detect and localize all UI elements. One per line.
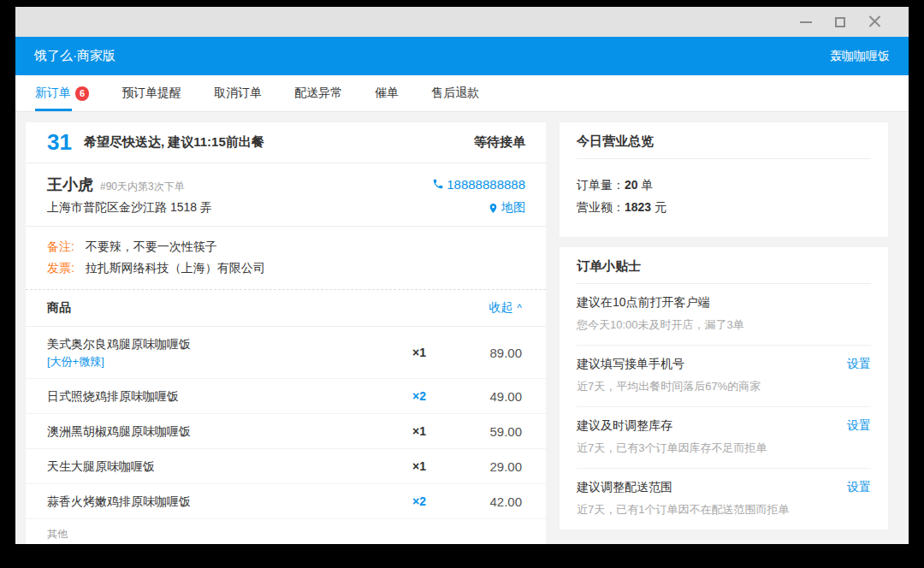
tip-item: 建议填写接单手机号 设置 近7天，平均出餐时间落后67%的商家 — [577, 346, 871, 407]
remark-label: 备注: — [47, 240, 74, 253]
tab[interactable]: 新订单 6 — [35, 75, 89, 111]
tip-description: 近7天，平均出餐时间落后67%的商家 — [577, 379, 871, 394]
stat-value: 1823 — [625, 200, 651, 214]
customer-phone-link[interactable]: 18888888888 — [432, 177, 525, 192]
close-icon — [868, 15, 881, 28]
stat-line: 订单量：20单 — [577, 174, 871, 196]
other-item-row: 餐盒费 6.00 — [26, 541, 546, 544]
tab-label: 新订单 — [35, 86, 71, 101]
daily-summary-card: 今日营业总览 订单量：20单 营业额：1823元 — [560, 122, 888, 237]
tip-settings-link[interactable]: 设置 — [847, 357, 871, 372]
customer-name: 王小虎 — [47, 175, 93, 195]
tip-item: 建议在10点前打开客户端 您今天10:00未及时开店，漏了3单 — [577, 284, 871, 346]
tip-title: 建议及时调整库存 — [577, 418, 672, 434]
item-quantity: ×2 — [385, 389, 453, 403]
item-price: 89.00 — [453, 346, 522, 360]
order-status: 等待接单 — [474, 134, 525, 151]
goods-title: 商品 — [47, 300, 71, 316]
tip-settings-link[interactable]: 设置 — [847, 480, 871, 495]
maximize-icon — [835, 17, 845, 27]
item-quantity: ×2 — [385, 494, 453, 508]
tab[interactable]: 配送异常 — [294, 75, 342, 111]
tip-description: 近7天，已有1个订单因不在配送范围而拒单 — [577, 502, 871, 518]
goods-header: 商品 收起 ^ — [26, 290, 546, 327]
item-price: 42.00 — [453, 494, 522, 509]
location-pin-icon — [488, 203, 499, 214]
tips-title: 订单小贴士 — [577, 247, 871, 284]
item-price: 49.00 — [453, 389, 522, 404]
stat-value: 20 — [625, 178, 638, 192]
stat-label: 营业额： — [577, 200, 625, 214]
stat-unit: 元 — [654, 200, 666, 214]
minimize-button[interactable] — [789, 7, 823, 37]
tip-settings-link[interactable]: 设置 — [847, 418, 871, 434]
other-items-list: 餐盒费 6.00 — [26, 541, 546, 544]
stat-unit: 单 — [642, 178, 654, 192]
item-row: 日式照烧鸡排原味咖喱饭 ×2 49.00 — [26, 379, 546, 414]
stat-line: 营业额：1823元 — [577, 196, 871, 218]
caret-up-icon: ^ — [517, 302, 522, 314]
invoice-text: 拉扎斯网络科技（上海）有限公司 — [86, 261, 265, 275]
item-quantity: ×1 — [385, 459, 453, 473]
sidebar: 今日营业总览 订单量：20单 营业额：1823元 订单小贴士 — [560, 122, 888, 530]
stat-label: 订单量： — [577, 178, 625, 192]
item-row: 美式奥尔良鸡腿原味咖喱饭 [大份+微辣] ×1 89.00 — [26, 327, 546, 379]
item-row: 天生大腿原味咖喱饭 ×1 29.00 — [26, 449, 546, 484]
tip-description: 您今天10:00未及时开店，漏了3单 — [577, 317, 871, 333]
close-button[interactable] — [857, 7, 891, 37]
map-link[interactable]: 地图 — [488, 200, 525, 216]
order-tips-card: 订单小贴士 建议在10点前打开客户端 您今天10:00未及时开店，漏了3单 — [560, 247, 888, 530]
customer-block: 王小虎 #90天内第3次下单 18888888888 上海市普陀区金沙江路 15… — [26, 163, 546, 227]
item-row: 蒜香火烤嫩鸡排原味咖喱饭 ×2 42.00 — [26, 484, 546, 519]
app-title: 饿了么·商家版 — [34, 48, 116, 64]
items-list: 美式奥尔良鸡腿原味咖喱饭 [大份+微辣] ×1 89.00 日式照烧鸡排原味咖喱… — [26, 327, 546, 519]
item-name: 蒜香火烤嫩鸡排原味咖喱饭 — [47, 493, 385, 510]
minimize-icon — [800, 21, 812, 23]
order-card: 31 希望尽快送达, 建议11:15前出餐 等待接单 王小虎 #90天内第3次下… — [26, 122, 546, 544]
collapse-label: 收起 — [489, 300, 512, 316]
item-name: 澳洲黑胡椒鸡腿原味咖喱饭 — [47, 423, 385, 440]
remark-text: 不要辣，不要一次性筷子 — [86, 240, 217, 253]
window-titlebar — [15, 7, 909, 37]
tip-title: 建议填写接单手机号 — [577, 357, 684, 372]
tab[interactable]: 售后退款 — [431, 75, 479, 111]
item-name: 天生大腿原味咖喱饭 — [47, 458, 385, 475]
collapse-link[interactable]: 收起 ^ — [489, 300, 522, 316]
tips-list: 建议在10点前打开客户端 您今天10:00未及时开店，漏了3单 建议填写接单手机… — [560, 284, 888, 530]
summary-title: 今日营业总览 — [577, 122, 871, 159]
tip-title: 建议在10点前打开客户端 — [577, 295, 710, 311]
store-name: 轰咖咖喱饭 — [830, 49, 890, 64]
item-price: 29.00 — [453, 459, 522, 474]
order-number: 31 — [47, 129, 72, 156]
summary-stats: 订单量：20单 营业额：1823元 — [560, 159, 888, 237]
item-price: 59.00 — [453, 424, 522, 439]
customer-frequency: #90天内第3次下单 — [100, 180, 432, 194]
customer-phone: 18888888888 — [447, 177, 525, 192]
tab-label: 催单 — [375, 86, 399, 101]
customer-address: 上海市普陀区金沙江路 1518 弄 — [47, 200, 488, 216]
app-window: 饿了么·商家版 轰咖咖喱饭 新订单 6 预订单提醒 取消订单 配送异常 — [15, 7, 909, 544]
tab-label: 售后退款 — [431, 86, 479, 101]
order-header: 31 希望尽快送达, 建议11:15前出餐 等待接单 — [26, 122, 546, 163]
invoice-label: 发票: — [47, 261, 74, 275]
tab[interactable]: 催单 — [375, 75, 399, 111]
item-spec: [大份+微辣] — [47, 354, 385, 370]
tab[interactable]: 预订单提醒 — [121, 75, 181, 111]
main-content: 31 希望尽快送达, 建议11:15前出餐 等待接单 王小虎 #90天内第3次下… — [15, 112, 909, 544]
tab-label: 配送异常 — [294, 86, 342, 101]
tab[interactable]: 取消订单 — [214, 75, 262, 111]
item-quantity: ×1 — [385, 424, 453, 438]
app-header: 饿了么·商家版 轰咖咖喱饭 — [15, 37, 909, 75]
map-label: 地图 — [501, 200, 525, 216]
phone-icon — [432, 178, 444, 190]
order-delivery-note: 希望尽快送达, 建议11:15前出餐 — [84, 134, 474, 151]
order-notes-block: 备注: 不要辣，不要一次性筷子 发票: 拉扎斯网络科技（上海）有限公司 — [26, 227, 546, 290]
tab-badge: 6 — [75, 86, 89, 101]
tip-title: 建议调整配送范围 — [577, 480, 672, 495]
item-name: 日式照烧鸡排原味咖喱饭 — [47, 388, 385, 405]
tab-bar: 新订单 6 预订单提醒 取消订单 配送异常 催单 — [15, 75, 909, 112]
item-quantity: ×1 — [385, 346, 453, 359]
tip-item: 建议调整配送范围 设置 近7天，已有1个订单因不在配送范围而拒单 — [577, 469, 871, 530]
maximize-button[interactable] — [823, 7, 857, 37]
tip-description: 近7天，已有3个订单因库存不足而拒单 — [577, 441, 871, 456]
